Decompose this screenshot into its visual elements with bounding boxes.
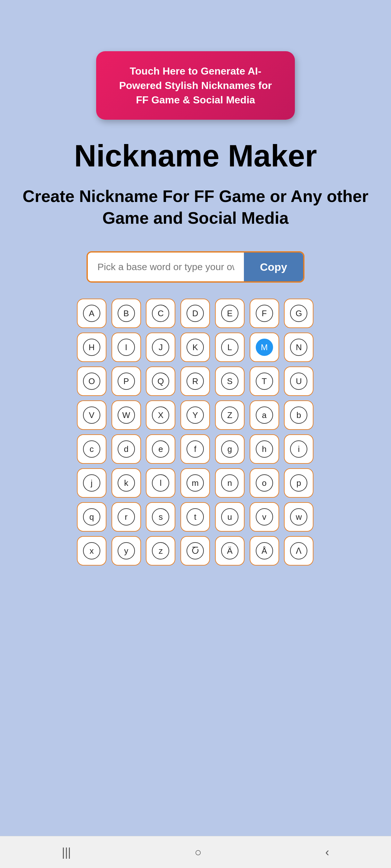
copy-button[interactable]: Copy <box>244 252 303 281</box>
key-j[interactable]: j <box>77 468 106 498</box>
key-V[interactable]: V <box>77 400 106 430</box>
key-z[interactable]: z <box>146 536 175 565</box>
key-L[interactable]: L <box>215 333 245 362</box>
key-Ⴀ[interactable]: Ⴀ <box>180 536 210 565</box>
key-f[interactable]: f <box>180 434 210 464</box>
top-banner[interactable]: Touch Here to Generate AI-Powered Stylis… <box>96 51 295 120</box>
key-P[interactable]: P <box>112 367 141 396</box>
key-M[interactable]: M <box>250 333 279 362</box>
key-I[interactable]: I <box>112 333 141 362</box>
key-d[interactable]: d <box>112 434 141 464</box>
key-p[interactable]: p <box>284 468 313 498</box>
key-F[interactable]: F <box>250 299 279 328</box>
key-s[interactable]: s <box>146 502 175 532</box>
nav-menu-icon[interactable]: ||| <box>62 846 71 859</box>
key-O[interactable]: O <box>77 367 106 396</box>
key-q[interactable]: q <box>77 502 106 532</box>
key-e[interactable]: e <box>146 434 175 464</box>
key-Q[interactable]: Q <box>146 367 175 396</box>
key-u[interactable]: u <box>215 502 245 532</box>
key-E[interactable]: E <box>215 299 245 328</box>
key-h[interactable]: h <box>250 434 279 464</box>
key-Z[interactable]: Z <box>215 400 245 430</box>
key-Ʌ[interactable]: Ʌ <box>284 536 313 565</box>
nav-back-icon[interactable]: ‹ <box>325 846 329 859</box>
key-A[interactable]: A <box>77 299 106 328</box>
key-g[interactable]: g <box>215 434 245 464</box>
key-l[interactable]: l <box>146 468 175 498</box>
key-r[interactable]: r <box>112 502 141 532</box>
key-T[interactable]: T <box>250 367 279 396</box>
key-G[interactable]: G <box>284 299 313 328</box>
key-R[interactable]: R <box>180 367 210 396</box>
key-U[interactable]: U <box>284 367 313 396</box>
key-o[interactable]: o <box>250 468 279 498</box>
key-x[interactable]: x <box>77 536 106 565</box>
key-X[interactable]: X <box>146 400 175 430</box>
key-c[interactable]: c <box>77 434 106 464</box>
banner-text: Touch Here to Generate AI-Powered Stylis… <box>119 65 272 105</box>
key-H[interactable]: H <box>77 333 106 362</box>
keyboard-grid: ABCDEFGHIJKLMNOPQRSTUVWXYZabcdefghijklmn… <box>77 296 314 572</box>
key-S[interactable]: S <box>215 367 245 396</box>
key-W[interactable]: W <box>112 400 141 430</box>
key-C[interactable]: C <box>146 299 175 328</box>
key-N[interactable]: N <box>284 333 313 362</box>
key-B[interactable]: B <box>112 299 141 328</box>
key-a[interactable]: a <box>250 400 279 430</box>
key-w[interactable]: w <box>284 502 313 532</box>
key-Ä[interactable]: Ä <box>215 536 245 565</box>
key-t[interactable]: t <box>180 502 210 532</box>
subtitle: Create Nickname For FF Game or Any other… <box>0 186 391 229</box>
input-row: Copy <box>86 251 304 283</box>
key-y[interactable]: y <box>112 536 141 565</box>
key-Y[interactable]: Y <box>180 400 210 430</box>
nav-home-icon[interactable]: ○ <box>195 846 202 859</box>
key-i[interactable]: i <box>284 434 313 464</box>
key-k[interactable]: k <box>112 468 141 498</box>
key-Å[interactable]: Å <box>250 536 279 565</box>
key-J[interactable]: J <box>146 333 175 362</box>
key-m[interactable]: m <box>180 468 210 498</box>
key-K[interactable]: K <box>180 333 210 362</box>
key-n[interactable]: n <box>215 468 245 498</box>
key-b[interactable]: b <box>284 400 313 430</box>
key-v[interactable]: v <box>250 502 279 532</box>
main-title: Nickname Maker <box>74 139 317 173</box>
base-word-input[interactable] <box>88 252 244 281</box>
bottom-nav: ||| ○ ‹ <box>0 836 391 868</box>
key-D[interactable]: D <box>180 299 210 328</box>
